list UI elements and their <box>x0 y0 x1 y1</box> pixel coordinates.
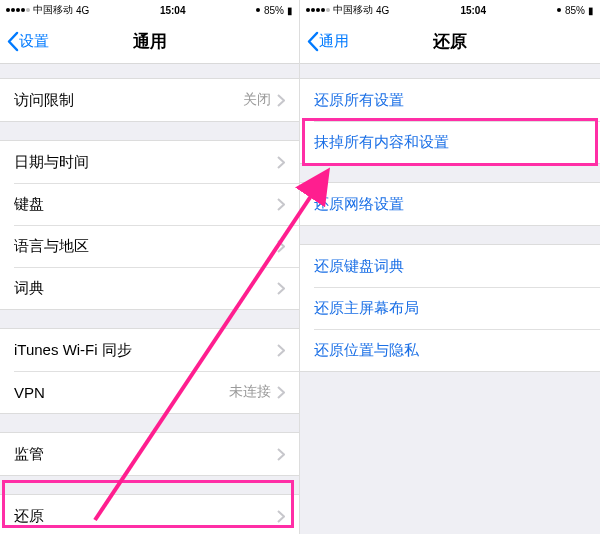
row-regulatory[interactable]: 监管 <box>0 433 299 475</box>
row-erase-all[interactable]: 抹掉所有内容和设置 <box>300 121 600 163</box>
screen-reset: 中国移动 4G 15:04 85% ▮ 通用 还原 还原所有设置 <box>300 0 600 534</box>
row-value: 关闭 <box>243 91 271 109</box>
screen-general: 中国移动 4G 15:04 85% ▮ 设置 通用 访问限制 关闭 <box>0 0 300 534</box>
nav-bar-reset: 通用 还原 <box>300 20 600 64</box>
chevron-right-icon <box>277 386 285 399</box>
battery-icon: ▮ <box>287 5 293 16</box>
network-label: 4G <box>76 5 89 16</box>
row-label: iTunes Wi-Fi 同步 <box>14 341 277 360</box>
signal-dots-icon <box>6 8 30 12</box>
content-general: 访问限制 关闭 日期与时间 键盘 语言与地区 <box>0 64 299 534</box>
signal-dots-icon <box>306 8 330 12</box>
row-label: 还原 <box>14 507 277 526</box>
row-vpn[interactable]: VPN 未连接 <box>0 371 299 413</box>
back-label: 通用 <box>319 32 349 51</box>
chevron-right-icon <box>277 198 285 211</box>
battery-dot-icon <box>256 8 260 12</box>
row-label: 还原键盘词典 <box>314 257 586 276</box>
row-reset-network[interactable]: 还原网络设置 <box>300 183 600 225</box>
row-label: VPN <box>14 384 229 401</box>
battery-dot-icon <box>557 8 561 12</box>
status-bar: 中国移动 4G 15:04 85% ▮ <box>300 0 600 20</box>
row-label: 语言与地区 <box>14 237 277 256</box>
back-button-settings[interactable]: 设置 <box>0 31 49 52</box>
network-label: 4G <box>376 5 389 16</box>
row-itunes-wifi[interactable]: iTunes Wi-Fi 同步 <box>0 329 299 371</box>
chevron-left-icon <box>306 31 319 52</box>
status-time: 15:04 <box>389 5 557 16</box>
row-value: 未连接 <box>229 383 271 401</box>
row-restrictions[interactable]: 访问限制 关闭 <box>0 79 299 121</box>
row-reset-home-layout[interactable]: 还原主屏幕布局 <box>300 287 600 329</box>
back-button-general[interactable]: 通用 <box>300 31 349 52</box>
status-bar: 中国移动 4G 15:04 85% ▮ <box>0 0 299 20</box>
chevron-right-icon <box>277 448 285 461</box>
row-language[interactable]: 语言与地区 <box>0 225 299 267</box>
row-label: 访问限制 <box>14 91 243 110</box>
row-datetime[interactable]: 日期与时间 <box>0 141 299 183</box>
chevron-right-icon <box>277 94 285 107</box>
battery-label: 85% <box>565 5 585 16</box>
chevron-right-icon <box>277 344 285 357</box>
row-reset-location-privacy[interactable]: 还原位置与隐私 <box>300 329 600 371</box>
content-reset: 还原所有设置 抹掉所有内容和设置 还原网络设置 还原键盘词典 还原主屏幕布局 <box>300 64 600 534</box>
chevron-right-icon <box>277 510 285 523</box>
row-label: 还原网络设置 <box>314 195 586 214</box>
row-reset-keyboard-dict[interactable]: 还原键盘词典 <box>300 245 600 287</box>
battery-label: 85% <box>264 5 284 16</box>
battery-icon: ▮ <box>588 5 594 16</box>
row-label: 日期与时间 <box>14 153 277 172</box>
chevron-right-icon <box>277 240 285 253</box>
carrier-label: 中国移动 <box>333 3 373 17</box>
row-label: 还原主屏幕布局 <box>314 299 586 318</box>
carrier-label: 中国移动 <box>33 3 73 17</box>
back-label: 设置 <box>19 32 49 51</box>
row-label: 抹掉所有内容和设置 <box>314 133 586 152</box>
chevron-right-icon <box>277 282 285 295</box>
row-dictionary[interactable]: 词典 <box>0 267 299 309</box>
row-label: 还原所有设置 <box>314 91 586 110</box>
row-label: 还原位置与隐私 <box>314 341 586 360</box>
row-reset-all-settings[interactable]: 还原所有设置 <box>300 79 600 121</box>
row-keyboard[interactable]: 键盘 <box>0 183 299 225</box>
chevron-left-icon <box>6 31 19 52</box>
chevron-right-icon <box>277 156 285 169</box>
nav-bar-general: 设置 通用 <box>0 20 299 64</box>
status-time: 15:04 <box>89 5 256 16</box>
row-label: 监管 <box>14 445 277 464</box>
row-reset[interactable]: 还原 <box>0 495 299 534</box>
row-label: 键盘 <box>14 195 277 214</box>
row-label: 词典 <box>14 279 277 298</box>
